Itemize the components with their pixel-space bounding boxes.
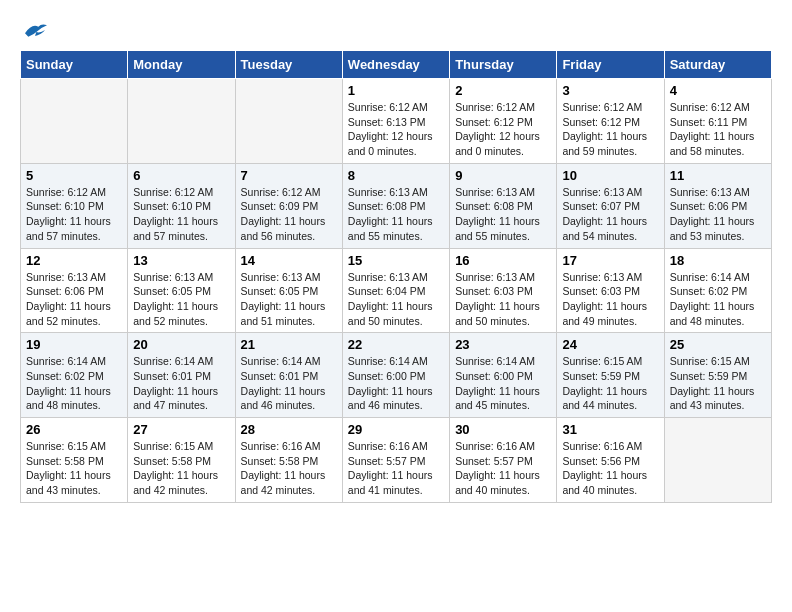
calendar-cell bbox=[21, 79, 128, 164]
page-header bbox=[20, 20, 772, 40]
day-info: Sunrise: 6:13 AMSunset: 6:04 PMDaylight:… bbox=[348, 270, 444, 329]
day-number: 12 bbox=[26, 253, 122, 268]
day-info: Sunrise: 6:12 AMSunset: 6:10 PMDaylight:… bbox=[26, 185, 122, 244]
day-info: Sunrise: 6:13 AMSunset: 6:08 PMDaylight:… bbox=[348, 185, 444, 244]
calendar-week-row: 12Sunrise: 6:13 AMSunset: 6:06 PMDayligh… bbox=[21, 248, 772, 333]
day-header-saturday: Saturday bbox=[664, 51, 771, 79]
day-number: 5 bbox=[26, 168, 122, 183]
day-number: 31 bbox=[562, 422, 658, 437]
day-header-friday: Friday bbox=[557, 51, 664, 79]
day-number: 2 bbox=[455, 83, 551, 98]
day-info: Sunrise: 6:12 AMSunset: 6:10 PMDaylight:… bbox=[133, 185, 229, 244]
calendar-cell: 23Sunrise: 6:14 AMSunset: 6:00 PMDayligh… bbox=[450, 333, 557, 418]
day-info: Sunrise: 6:13 AMSunset: 6:03 PMDaylight:… bbox=[455, 270, 551, 329]
day-number: 24 bbox=[562, 337, 658, 352]
day-info: Sunrise: 6:13 AMSunset: 6:08 PMDaylight:… bbox=[455, 185, 551, 244]
calendar-cell: 22Sunrise: 6:14 AMSunset: 6:00 PMDayligh… bbox=[342, 333, 449, 418]
day-info: Sunrise: 6:16 AMSunset: 5:56 PMDaylight:… bbox=[562, 439, 658, 498]
calendar-cell: 31Sunrise: 6:16 AMSunset: 5:56 PMDayligh… bbox=[557, 418, 664, 503]
day-info: Sunrise: 6:16 AMSunset: 5:57 PMDaylight:… bbox=[348, 439, 444, 498]
day-header-monday: Monday bbox=[128, 51, 235, 79]
day-info: Sunrise: 6:14 AMSunset: 6:02 PMDaylight:… bbox=[670, 270, 766, 329]
calendar-cell: 9Sunrise: 6:13 AMSunset: 6:08 PMDaylight… bbox=[450, 163, 557, 248]
calendar-cell: 7Sunrise: 6:12 AMSunset: 6:09 PMDaylight… bbox=[235, 163, 342, 248]
calendar-cell bbox=[128, 79, 235, 164]
day-number: 20 bbox=[133, 337, 229, 352]
day-number: 16 bbox=[455, 253, 551, 268]
logo bbox=[20, 20, 54, 40]
calendar-cell: 24Sunrise: 6:15 AMSunset: 5:59 PMDayligh… bbox=[557, 333, 664, 418]
day-number: 14 bbox=[241, 253, 337, 268]
day-info: Sunrise: 6:15 AMSunset: 5:59 PMDaylight:… bbox=[670, 354, 766, 413]
day-number: 18 bbox=[670, 253, 766, 268]
calendar-cell: 12Sunrise: 6:13 AMSunset: 6:06 PMDayligh… bbox=[21, 248, 128, 333]
logo-icon bbox=[20, 20, 50, 40]
day-number: 19 bbox=[26, 337, 122, 352]
day-number: 10 bbox=[562, 168, 658, 183]
day-info: Sunrise: 6:12 AMSunset: 6:12 PMDaylight:… bbox=[562, 100, 658, 159]
day-info: Sunrise: 6:13 AMSunset: 6:05 PMDaylight:… bbox=[133, 270, 229, 329]
day-number: 26 bbox=[26, 422, 122, 437]
day-number: 27 bbox=[133, 422, 229, 437]
day-info: Sunrise: 6:12 AMSunset: 6:13 PMDaylight:… bbox=[348, 100, 444, 159]
day-number: 8 bbox=[348, 168, 444, 183]
day-header-sunday: Sunday bbox=[21, 51, 128, 79]
calendar-cell: 25Sunrise: 6:15 AMSunset: 5:59 PMDayligh… bbox=[664, 333, 771, 418]
day-number: 17 bbox=[562, 253, 658, 268]
calendar-cell: 30Sunrise: 6:16 AMSunset: 5:57 PMDayligh… bbox=[450, 418, 557, 503]
calendar-cell: 17Sunrise: 6:13 AMSunset: 6:03 PMDayligh… bbox=[557, 248, 664, 333]
day-header-thursday: Thursday bbox=[450, 51, 557, 79]
day-info: Sunrise: 6:16 AMSunset: 5:57 PMDaylight:… bbox=[455, 439, 551, 498]
day-info: Sunrise: 6:14 AMSunset: 6:02 PMDaylight:… bbox=[26, 354, 122, 413]
calendar-cell: 3Sunrise: 6:12 AMSunset: 6:12 PMDaylight… bbox=[557, 79, 664, 164]
day-info: Sunrise: 6:14 AMSunset: 6:01 PMDaylight:… bbox=[133, 354, 229, 413]
calendar-cell: 27Sunrise: 6:15 AMSunset: 5:58 PMDayligh… bbox=[128, 418, 235, 503]
day-info: Sunrise: 6:15 AMSunset: 5:58 PMDaylight:… bbox=[133, 439, 229, 498]
day-info: Sunrise: 6:15 AMSunset: 5:58 PMDaylight:… bbox=[26, 439, 122, 498]
calendar-week-row: 5Sunrise: 6:12 AMSunset: 6:10 PMDaylight… bbox=[21, 163, 772, 248]
calendar-cell: 18Sunrise: 6:14 AMSunset: 6:02 PMDayligh… bbox=[664, 248, 771, 333]
day-header-tuesday: Tuesday bbox=[235, 51, 342, 79]
day-info: Sunrise: 6:14 AMSunset: 6:00 PMDaylight:… bbox=[348, 354, 444, 413]
calendar-week-row: 1Sunrise: 6:12 AMSunset: 6:13 PMDaylight… bbox=[21, 79, 772, 164]
calendar-cell: 16Sunrise: 6:13 AMSunset: 6:03 PMDayligh… bbox=[450, 248, 557, 333]
day-info: Sunrise: 6:14 AMSunset: 6:01 PMDaylight:… bbox=[241, 354, 337, 413]
day-number: 22 bbox=[348, 337, 444, 352]
day-info: Sunrise: 6:14 AMSunset: 6:00 PMDaylight:… bbox=[455, 354, 551, 413]
calendar-header-row: SundayMondayTuesdayWednesdayThursdayFrid… bbox=[21, 51, 772, 79]
day-info: Sunrise: 6:13 AMSunset: 6:06 PMDaylight:… bbox=[670, 185, 766, 244]
day-number: 15 bbox=[348, 253, 444, 268]
calendar-week-row: 26Sunrise: 6:15 AMSunset: 5:58 PMDayligh… bbox=[21, 418, 772, 503]
day-info: Sunrise: 6:12 AMSunset: 6:09 PMDaylight:… bbox=[241, 185, 337, 244]
calendar-cell: 11Sunrise: 6:13 AMSunset: 6:06 PMDayligh… bbox=[664, 163, 771, 248]
day-number: 13 bbox=[133, 253, 229, 268]
day-info: Sunrise: 6:13 AMSunset: 6:07 PMDaylight:… bbox=[562, 185, 658, 244]
calendar-week-row: 19Sunrise: 6:14 AMSunset: 6:02 PMDayligh… bbox=[21, 333, 772, 418]
day-number: 21 bbox=[241, 337, 337, 352]
calendar-cell: 10Sunrise: 6:13 AMSunset: 6:07 PMDayligh… bbox=[557, 163, 664, 248]
day-number: 25 bbox=[670, 337, 766, 352]
calendar-cell bbox=[664, 418, 771, 503]
day-number: 30 bbox=[455, 422, 551, 437]
day-info: Sunrise: 6:13 AMSunset: 6:03 PMDaylight:… bbox=[562, 270, 658, 329]
day-number: 29 bbox=[348, 422, 444, 437]
calendar-cell: 26Sunrise: 6:15 AMSunset: 5:58 PMDayligh… bbox=[21, 418, 128, 503]
day-number: 1 bbox=[348, 83, 444, 98]
calendar-cell: 28Sunrise: 6:16 AMSunset: 5:58 PMDayligh… bbox=[235, 418, 342, 503]
day-number: 7 bbox=[241, 168, 337, 183]
day-info: Sunrise: 6:13 AMSunset: 6:05 PMDaylight:… bbox=[241, 270, 337, 329]
day-number: 23 bbox=[455, 337, 551, 352]
calendar-table: SundayMondayTuesdayWednesdayThursdayFrid… bbox=[20, 50, 772, 503]
day-info: Sunrise: 6:13 AMSunset: 6:06 PMDaylight:… bbox=[26, 270, 122, 329]
day-info: Sunrise: 6:12 AMSunset: 6:12 PMDaylight:… bbox=[455, 100, 551, 159]
day-info: Sunrise: 6:12 AMSunset: 6:11 PMDaylight:… bbox=[670, 100, 766, 159]
calendar-cell: 14Sunrise: 6:13 AMSunset: 6:05 PMDayligh… bbox=[235, 248, 342, 333]
day-number: 4 bbox=[670, 83, 766, 98]
day-header-wednesday: Wednesday bbox=[342, 51, 449, 79]
calendar-cell: 29Sunrise: 6:16 AMSunset: 5:57 PMDayligh… bbox=[342, 418, 449, 503]
day-number: 11 bbox=[670, 168, 766, 183]
day-info: Sunrise: 6:16 AMSunset: 5:58 PMDaylight:… bbox=[241, 439, 337, 498]
day-number: 9 bbox=[455, 168, 551, 183]
day-number: 6 bbox=[133, 168, 229, 183]
calendar-cell: 15Sunrise: 6:13 AMSunset: 6:04 PMDayligh… bbox=[342, 248, 449, 333]
